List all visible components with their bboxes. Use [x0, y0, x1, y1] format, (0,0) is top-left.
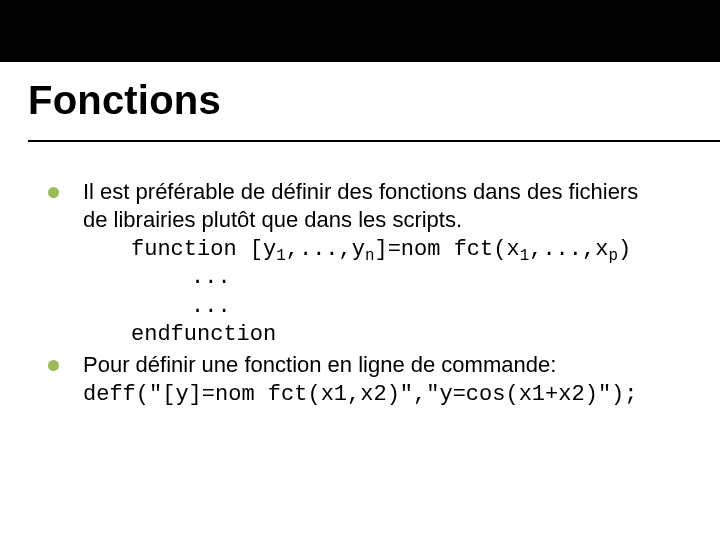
code-line: deff("[y]=nom fct(x1,x2)","y=cos(x1+x2)"… [83, 382, 638, 407]
code-token: ) [618, 237, 631, 262]
code-line: ... [191, 293, 720, 321]
bullet-item: Il est préférable de définir des fonctio… [48, 178, 720, 234]
code-token: [y [237, 237, 277, 262]
text-line: Il est préférable de définir des fonctio… [83, 179, 638, 204]
code-subscript: 1 [520, 248, 530, 266]
code-token: ,...,y [286, 237, 365, 262]
title-underline [28, 140, 720, 142]
code-subscript: p [608, 248, 618, 266]
bullet-text: Il est préférable de définir des fonctio… [83, 178, 720, 234]
slide-top-bar [0, 0, 720, 62]
bullet-icon [48, 360, 59, 371]
code-line: function [y1,...,yn]=nom fct(x1,...,xp) [131, 236, 720, 264]
code-token: ,...,x [529, 237, 608, 262]
slide: Fonctions Il est préférable de définir d… [0, 0, 720, 540]
text-line: Pour définir une fonction en ligne de co… [83, 352, 556, 377]
code-subscript: 1 [276, 248, 286, 266]
bullet-icon [48, 187, 59, 198]
slide-title: Fonctions [28, 78, 221, 123]
bullet-item: Pour définir une fonction en ligne de co… [48, 351, 720, 409]
code-token: function [131, 237, 237, 262]
bullet-text: Pour définir une fonction en ligne de co… [83, 351, 720, 409]
code-line: endfunction [131, 321, 720, 349]
slide-body: Il est préférable de définir des fonctio… [48, 178, 720, 411]
text-line: de librairies plutôt que dans les script… [83, 207, 462, 232]
code-token: ]=nom fct(x [374, 237, 519, 262]
code-line: ... [191, 264, 720, 292]
